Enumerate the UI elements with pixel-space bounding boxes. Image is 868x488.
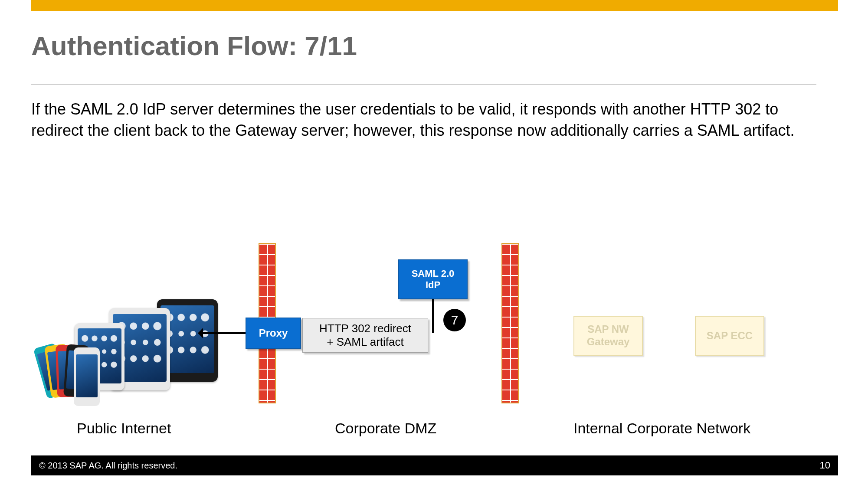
proxy-node: Proxy bbox=[246, 318, 301, 349]
ecc-node: SAP ECC bbox=[695, 316, 764, 356]
proxy-label: Proxy bbox=[259, 327, 288, 339]
accent-bar bbox=[31, 0, 838, 11]
message-box: HTTP 302 redirect + SAML artifact bbox=[302, 318, 428, 353]
nw-gateway-node: SAP NW Gateway bbox=[573, 316, 643, 356]
architecture-diagram: Proxy HTTP 302 redirect + SAML artifact … bbox=[31, 243, 816, 403]
nw-gateway-label-line2: Gateway bbox=[587, 336, 630, 347]
title-divider bbox=[31, 84, 816, 85]
slide-title: Authentication Flow: 7/11 bbox=[31, 30, 357, 61]
zone-label-dmz: Corporate DMZ bbox=[335, 420, 436, 437]
ecc-label: SAP ECC bbox=[707, 330, 753, 342]
slide: Authentication Flow: 7/11 If the SAML 2.… bbox=[31, 0, 838, 475]
firewall-icon bbox=[501, 243, 519, 403]
phones-icon bbox=[40, 345, 114, 408]
page-number: 10 bbox=[820, 460, 830, 471]
arrow-to-client-icon bbox=[200, 332, 246, 334]
slide-body-text: If the SAML 2.0 IdP server determines th… bbox=[31, 99, 816, 141]
nw-gateway-label-line1: SAP NW bbox=[587, 323, 629, 335]
slide-footer: © 2013 SAP AG. All rights reserved. 10 bbox=[31, 455, 838, 475]
step-number-badge: 7 bbox=[443, 309, 466, 331]
message-line1: HTTP 302 redirect bbox=[319, 322, 411, 335]
connector-line bbox=[432, 299, 434, 333]
step-number: 7 bbox=[451, 313, 459, 328]
client-devices bbox=[40, 299, 213, 403]
zone-label-public: Public Internet bbox=[77, 420, 171, 437]
idp-label-line2: IdP bbox=[426, 279, 440, 291]
idp-node: SAML 2.0 IdP bbox=[398, 259, 468, 299]
copyright-text: © 2013 SAP AG. All rights reserved. bbox=[39, 461, 177, 471]
zone-label-internal: Internal Corporate Network bbox=[573, 420, 750, 437]
idp-label-line1: SAML 2.0 bbox=[412, 268, 455, 279]
message-line2: + SAML artifact bbox=[327, 335, 404, 349]
